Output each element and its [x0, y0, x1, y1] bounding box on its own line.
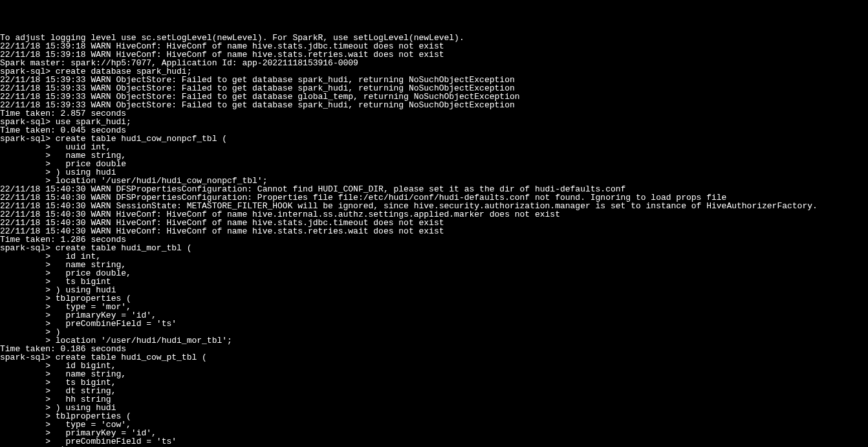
terminal-line: 22/11/18 15:39:33 WARN ObjectStore: Fail… — [0, 101, 868, 109]
terminal-line: > name string, — [0, 370, 868, 378]
terminal-line: > id bigint, — [0, 362, 868, 370]
terminal-line: > ts bigint — [0, 278, 868, 286]
terminal-line: spark-sql> use spark_hudi; — [0, 118, 868, 126]
terminal-line: > price double — [0, 160, 868, 168]
terminal-line: > price double, — [0, 269, 868, 278]
terminal-line: spark-sql> create table hudi_mor_tbl ( — [0, 244, 868, 252]
terminal-line: spark-sql> create table hudi_cow_nonpcf_… — [0, 135, 868, 143]
terminal-line: > uuid int, — [0, 143, 868, 151]
terminal-line: > location '/user/hudi/hudi_mor_tbl'; — [0, 336, 868, 345]
terminal-line: > preCombineField = 'ts' — [0, 320, 868, 328]
terminal-line: 22/11/18 15:40:30 WARN HiveConf: HiveCon… — [0, 227, 868, 235]
terminal-output[interactable]: To adjust logging level use sc.setLogLev… — [0, 34, 868, 447]
terminal-line: > hh string — [0, 395, 868, 404]
terminal-line: > id int, — [0, 252, 868, 261]
terminal-line: > preCombineField = 'ts' — [0, 437, 868, 446]
terminal-line: > dt string, — [0, 387, 868, 395]
terminal-line: spark-sql> create table hudi_cow_pt_tbl … — [0, 353, 868, 362]
terminal-line: > name string, — [0, 151, 868, 160]
terminal-line: > ts bigint, — [0, 378, 868, 387]
